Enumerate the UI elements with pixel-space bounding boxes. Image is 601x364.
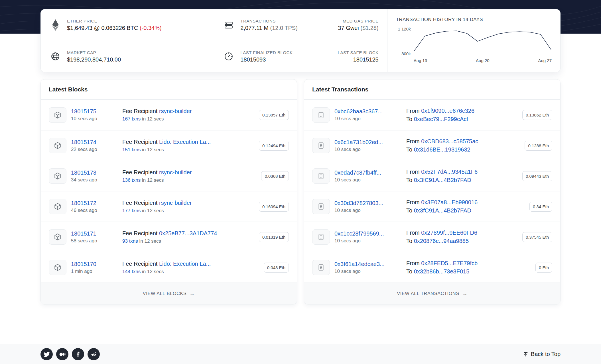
tx-hash-link[interactable]: 0x30d3d7827803... (334, 200, 383, 206)
block-age: 1 min ago (71, 269, 96, 274)
block-number-link[interactable]: 18015173 (71, 169, 97, 176)
block-txns-link[interactable]: 177 txns (122, 208, 141, 213)
fee-recipient-label: Fee Recipient (122, 139, 157, 145)
twitter-icon[interactable] (40, 348, 53, 360)
chart-x-tick: Aug 27 (538, 58, 552, 63)
tx-hash-link[interactable]: 0xbc62baa3c367... (334, 108, 383, 115)
tx-value-badge: 0.1288 Eth (525, 141, 552, 151)
safe-block-value[interactable]: 18015125 (338, 56, 379, 63)
transactions-count[interactable]: 2,077.11 M (240, 25, 269, 31)
tx-to-label: To (406, 177, 412, 183)
ether-price-label: ETHER PRICE (67, 19, 162, 23)
tx-age: 10 secs ago (334, 147, 383, 152)
fee-recipient-link[interactable]: 0x25eB77...3A1DA774 (159, 230, 217, 236)
tx-to-link[interactable]: 0xeBec79...F299cAcf (414, 116, 468, 122)
tx-from-link[interactable]: 0x52F7dA...9345a1F6 (421, 169, 478, 175)
tx-from-link[interactable]: 0x3E07a8...Eb990016 (421, 199, 478, 205)
tx-from-link[interactable]: 0x27899f...9EE60FD6 (421, 230, 477, 236)
block-txns-link[interactable]: 93 txns (122, 238, 138, 244)
med-gas-gwei[interactable]: 37 Gwei (338, 25, 359, 31)
block-txns-link[interactable]: 144 txns (122, 269, 141, 274)
transactions-value[interactable]: 2,077.11 M (12.0 TPS) (240, 25, 298, 31)
med-gas-usd: ($1.28) (360, 25, 378, 31)
block-cube-icon (49, 138, 66, 153)
finalized-block-value[interactable]: 18015093 (240, 56, 293, 63)
ether-price-usd[interactable]: $1,649.43 (67, 25, 92, 31)
page-footer: Back to Top (0, 344, 601, 364)
tx-hash-link[interactable]: 0x6c1a731b02ed... (334, 139, 383, 146)
block-txns-link[interactable]: 136 txns (122, 177, 141, 183)
transaction-document-icon (312, 260, 330, 275)
ether-price-value[interactable]: $1,649.43 @ 0.063226 BTC (-0.34%) (67, 25, 162, 31)
network-stats-column: TRANSACTIONS 2,077.11 M (12.0 TPS) MED G… (214, 9, 387, 72)
block-age: 34 secs ago (71, 177, 97, 183)
latest-blocks-list: 18015175 10 secs ago Fee Recipient rsync… (41, 100, 297, 283)
medium-icon[interactable] (56, 348, 68, 360)
market-cap-value[interactable]: $198,290,804,710.00 (67, 56, 121, 63)
tx-hash-link[interactable]: 0xedad7c87fb4ff... (334, 169, 381, 176)
block-reward-badge: 0.12494 Eth (259, 141, 289, 151)
tx-value-badge: 0.37545 Eth (522, 232, 552, 242)
block-number-link[interactable]: 18015170 (71, 261, 96, 267)
view-all-blocks-label: VIEW ALL BLOCKS (143, 291, 187, 296)
reddit-icon[interactable] (88, 348, 100, 360)
tx-value-badge: 0.09443 Eth (522, 171, 552, 181)
tx-to-link[interactable]: 0x31d6BE...19319632 (414, 146, 470, 153)
tx-to-link[interactable]: 0x32b86b...73e3F015 (414, 268, 470, 275)
tx-age: 10 secs ago (334, 238, 384, 244)
tx-from-link[interactable]: 0x1f9090...e676c326 (421, 108, 474, 114)
fee-recipient-link[interactable]: rsync-builder (159, 169, 192, 175)
chart-x-tick: Aug 13 (414, 58, 427, 63)
tx-to-link[interactable]: 0x3fC91A...4B2b7FAD (414, 207, 471, 214)
tx-age: 10 secs ago (334, 116, 383, 122)
fee-recipient-label: Fee Recipient (122, 230, 157, 236)
block-txns-link[interactable]: 151 txns (122, 147, 141, 152)
fee-recipient-link[interactable]: Lido: Execution La... (159, 139, 211, 145)
block-number-link[interactable]: 18015171 (71, 230, 97, 237)
safe-block-label: LAST SAFE BLOCK (338, 50, 379, 55)
block-number-link[interactable]: 18015174 (71, 139, 97, 146)
block-txns-link[interactable]: 167 txns (122, 116, 141, 122)
transaction-document-icon (312, 199, 330, 214)
view-all-transactions-link[interactable]: VIEW ALL TRANSACTIONS → (304, 283, 560, 304)
tx-hash-link[interactable]: 0xc1cc28f799569... (334, 230, 384, 237)
tx-to-link[interactable]: 0x3fC91A...4B2b7FAD (414, 177, 471, 183)
transaction-row: 0x3f61a14edcae3... 10 secs ago From 0x28… (304, 252, 560, 283)
block-number-link[interactable]: 18015175 (71, 108, 97, 115)
back-to-top-link[interactable]: Back to Top (523, 351, 561, 357)
transaction-row: 0xbc62baa3c367... 10 secs ago From 0x1f9… (304, 100, 560, 130)
facebook-icon[interactable] (72, 348, 84, 360)
tx-to-label: To (406, 207, 412, 214)
block-age: 46 secs ago (71, 208, 97, 213)
fee-recipient-label: Fee Recipient (122, 108, 157, 114)
block-cube-icon (49, 229, 66, 245)
tx-from-link[interactable]: 0xCBD683...c58575ac (421, 138, 478, 144)
latest-blocks-header: Latest Blocks (41, 79, 297, 100)
tx-hash-link[interactable]: 0x3f61a14edcae3... (334, 261, 385, 267)
block-cube-icon (49, 199, 66, 214)
block-duration: in 12 secs (142, 208, 164, 213)
gauge-icon (223, 52, 235, 61)
tx-to-link[interactable]: 0x20876c...94aa9885 (414, 238, 469, 244)
block-number-link[interactable]: 18015172 (71, 200, 97, 206)
tx-from-label: From (406, 199, 420, 205)
tx-from-link[interactable]: 0x28FED5...E7E79fcb (421, 260, 478, 266)
fee-recipient-link[interactable]: rsync-builder (159, 108, 192, 114)
med-gas-value[interactable]: 37 Gwei ($1.28) (338, 25, 378, 31)
block-cube-icon (49, 260, 66, 275)
tx-age: 10 secs ago (334, 269, 385, 274)
tx-value-badge: 0.13862 Eth (522, 110, 552, 120)
ethereum-icon (49, 19, 61, 31)
block-cube-icon (49, 168, 66, 184)
block-duration: in 12 secs (142, 147, 164, 152)
transaction-row: 0x6c1a731b02ed... 10 secs ago From 0xCBD… (304, 130, 560, 161)
fee-recipient-link[interactable]: rsync-builder (159, 200, 192, 206)
fee-recipient-link[interactable]: Lido: Execution La... (159, 261, 211, 267)
ether-price-change: (-0.34%) (140, 25, 162, 31)
ether-price-btc: @ 0.063226 BTC (94, 25, 138, 31)
market-cap-label: MARKET CAP (67, 50, 121, 55)
transaction-document-icon (312, 229, 330, 245)
view-all-blocks-link[interactable]: VIEW ALL BLOCKS → (41, 283, 297, 304)
tx-to-label: To (406, 116, 412, 122)
transaction-row: 0xedad7c87fb4ff... 10 secs ago From 0x52… (304, 161, 560, 191)
